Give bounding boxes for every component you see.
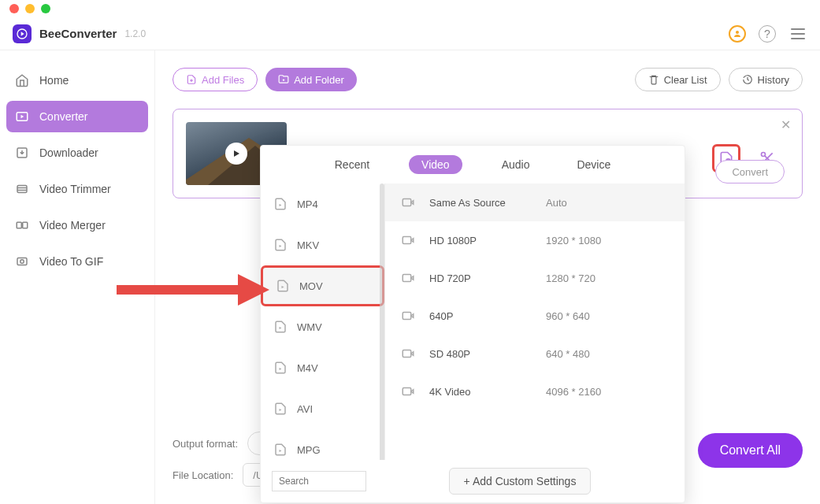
format-label: AVI — [297, 403, 313, 415]
clear-list-label: Clear List — [664, 74, 707, 86]
resolution-label: Same As Source — [429, 197, 532, 209]
format-category-tabs: Recent Video Audio Device — [261, 146, 685, 183]
svg-marker-20 — [280, 409, 282, 411]
sidebar-item-label: Downloader — [39, 146, 98, 159]
svg-marker-11 — [234, 150, 239, 157]
svg-marker-15 — [280, 204, 282, 206]
tab-device[interactable]: Device — [569, 155, 618, 174]
format-option-mkv[interactable]: MKV — [261, 224, 384, 265]
resolution-list[interactable]: Same As Source Auto HD 1080P 1920 * 1080… — [385, 183, 685, 460]
resolution-option-source[interactable]: Same As Source Auto — [385, 183, 685, 221]
format-label: MP4 — [297, 198, 318, 210]
sidebar-item-label: Converter — [39, 110, 87, 123]
svg-point-10 — [20, 260, 24, 264]
file-plus-icon — [186, 74, 197, 85]
sidebar-item-label: Video Trimmer — [39, 183, 111, 195]
sidebar-item-label: Video To GIF — [39, 255, 103, 268]
sidebar: Home Converter Downloader Video Trimmer … — [0, 50, 155, 504]
svg-rect-27 — [403, 388, 411, 395]
sidebar-item-label: Home — [39, 74, 69, 87]
format-list[interactable]: MP4 MKV MOV WMV M4V — [261, 183, 385, 460]
svg-rect-8 — [23, 222, 28, 228]
hamburger-menu-button[interactable] — [788, 24, 807, 43]
clear-list-button[interactable]: Clear List — [635, 68, 721, 91]
history-button[interactable]: History — [729, 68, 803, 91]
user-account-button[interactable] — [729, 25, 746, 43]
resolution-option-720p[interactable]: HD 720P 1280 * 720 — [385, 259, 685, 297]
svg-marker-19 — [280, 368, 282, 370]
sidebar-item-home[interactable]: Home — [6, 65, 148, 96]
format-label: MOV — [299, 280, 323, 292]
trimmer-icon — [14, 181, 30, 197]
resolution-option-480p[interactable]: SD 480P 640 * 480 — [385, 335, 685, 372]
resolution-option-1080p[interactable]: HD 1080P 1920 * 1080 — [385, 221, 685, 259]
app-name: BeeConverter — [39, 27, 117, 40]
add-files-button[interactable]: Add Files — [173, 68, 258, 91]
resolution-dim: Auto — [546, 197, 567, 209]
macos-titlebar — [0, 0, 820, 17]
svg-marker-17 — [282, 286, 284, 288]
format-option-m4v[interactable]: M4V — [261, 347, 384, 388]
resolution-option-640p[interactable]: 640P 960 * 640 — [385, 297, 685, 335]
tab-recent[interactable]: Recent — [327, 155, 377, 174]
window-maximize-button[interactable] — [41, 4, 50, 13]
svg-rect-9 — [17, 258, 27, 265]
resolution-label: HD 1080P — [429, 235, 532, 246]
merger-icon — [14, 217, 30, 233]
file-icon — [273, 197, 288, 211]
format-label: MKV — [297, 239, 319, 251]
app-logo-icon — [13, 24, 32, 43]
trash-icon — [648, 74, 659, 85]
format-label: WMV — [297, 321, 322, 333]
app-version: 1.2.0 — [124, 28, 146, 39]
svg-marker-1 — [21, 32, 24, 35]
file-icon — [273, 320, 288, 334]
format-option-wmv[interactable]: WMV — [261, 306, 384, 347]
sidebar-item-downloader[interactable]: Downloader — [6, 137, 148, 169]
sidebar-item-video-trimmer[interactable]: Video Trimmer — [6, 173, 148, 205]
file-icon — [273, 402, 288, 416]
video-icon — [401, 195, 415, 209]
file-location-label: File Location: — [173, 469, 233, 481]
format-option-avi[interactable]: AVI — [261, 388, 384, 429]
format-option-mp4[interactable]: MP4 — [261, 183, 384, 224]
sidebar-item-video-merger[interactable]: Video Merger — [6, 209, 148, 241]
tab-audio[interactable]: Audio — [494, 155, 538, 174]
convert-button[interactable]: Convert — [715, 160, 785, 183]
window-minimize-button[interactable] — [25, 4, 35, 13]
folder-plus-icon — [278, 74, 289, 85]
add-files-label: Add Files — [202, 74, 244, 86]
resolution-label: 4K Video — [429, 386, 532, 398]
file-icon — [273, 361, 288, 375]
svg-rect-23 — [403, 237, 411, 244]
add-custom-settings-button[interactable]: + Add Custom Settings — [449, 468, 592, 495]
svg-rect-6 — [17, 186, 27, 193]
app-header: BeeConverter 1.2.0 ? — [0, 17, 820, 50]
tab-video[interactable]: Video — [409, 155, 462, 174]
add-folder-button[interactable]: Add Folder — [265, 68, 357, 91]
play-icon — [225, 143, 247, 165]
svg-point-2 — [736, 31, 739, 34]
file-icon — [273, 238, 288, 252]
remove-file-button[interactable]: ✕ — [781, 117, 791, 132]
toolbar: Add Files Add Folder Clear List History — [173, 68, 803, 91]
resolution-dim: 960 * 640 — [546, 310, 590, 322]
home-icon — [14, 72, 30, 88]
format-option-mov[interactable]: MOV — [261, 265, 384, 306]
sidebar-item-converter[interactable]: Converter — [6, 101, 148, 132]
help-button[interactable]: ? — [759, 25, 776, 43]
format-label: MPG — [297, 444, 321, 456]
svg-rect-22 — [403, 199, 411, 206]
format-search-input[interactable] — [272, 471, 366, 491]
resolution-dim: 4096 * 2160 — [546, 386, 601, 398]
window-close-button[interactable] — [9, 4, 19, 13]
download-icon — [14, 145, 30, 161]
sidebar-item-video-to-gif[interactable]: Video To GIF — [6, 246, 148, 277]
resolution-option-4k[interactable]: 4K Video 4096 * 2160 — [385, 372, 685, 410]
resolution-label: 640P — [429, 310, 532, 322]
convert-all-button[interactable]: Convert All — [698, 433, 803, 468]
format-list-scrollbar[interactable] — [380, 183, 384, 460]
gif-icon — [14, 254, 30, 269]
file-icon — [276, 279, 290, 293]
format-option-mpg[interactable]: MPG — [261, 429, 384, 460]
